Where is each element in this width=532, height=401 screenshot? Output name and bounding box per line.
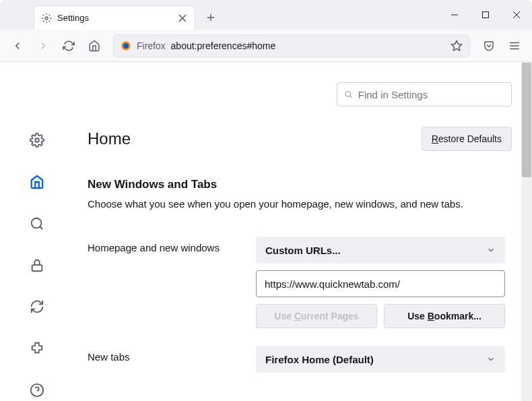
section-heading: New Windows and Tabs (88, 178, 512, 191)
svg-point-4 (35, 138, 39, 142)
back-button[interactable] (7, 35, 28, 57)
gear-icon (41, 13, 52, 24)
use-current-pages-button: Use Current Pages (256, 304, 377, 328)
bookmark-star-icon[interactable] (451, 40, 463, 52)
maximize-button[interactable] (470, 0, 501, 30)
save-to-pocket-button[interactable] (478, 35, 500, 57)
firefox-icon (121, 40, 131, 51)
restore-defaults-button[interactable]: Restore Defaults (422, 127, 512, 151)
new-tab-button[interactable] (201, 7, 221, 28)
tab-title: Settings (57, 13, 172, 23)
newtabs-value: Firefox Home (Default) (265, 354, 374, 365)
use-bookmark-button[interactable]: Use Bookmark... (384, 304, 505, 328)
section-description: Choose what you see when you open your h… (88, 198, 512, 210)
browser-tab[interactable]: Settings (34, 5, 195, 30)
sidebar-item-home[interactable] (25, 171, 49, 193)
svg-point-8 (345, 92, 350, 96)
reload-button[interactable] (58, 35, 79, 57)
app-menu-button[interactable] (504, 35, 525, 57)
close-tab-icon[interactable] (177, 13, 188, 24)
svg-rect-6 (32, 265, 42, 271)
sidebar-item-general[interactable] (25, 129, 49, 151)
settings-search-input[interactable] (358, 89, 504, 100)
homepage-label: Homepage and new windows (88, 237, 256, 253)
homepage-mode-value: Custom URLs... (265, 245, 341, 256)
home-button[interactable] (84, 35, 105, 57)
url-identity-label: Firefox about:preferences#home (137, 40, 445, 51)
homepage-mode-select[interactable]: Custom URLs... (256, 237, 505, 264)
sidebar-item-privacy[interactable] (25, 255, 49, 276)
settings-sidebar (0, 62, 74, 401)
forward-button (32, 35, 54, 57)
page-title: Home (88, 129, 131, 148)
chevron-down-icon (486, 245, 496, 255)
minimize-button[interactable] (439, 0, 470, 30)
search-icon (344, 90, 353, 99)
svg-point-3 (123, 43, 129, 49)
svg-point-0 (45, 17, 48, 20)
newtabs-label: New tabs (88, 346, 256, 363)
chevron-down-icon (486, 354, 496, 364)
sidebar-item-search[interactable] (25, 213, 49, 235)
homepage-url-input[interactable] (256, 270, 505, 297)
close-window-button[interactable] (501, 0, 532, 30)
svg-point-5 (32, 218, 42, 228)
settings-search[interactable] (337, 82, 512, 106)
newtabs-select[interactable]: Firefox Home (Default) (256, 346, 505, 373)
scrollbar-thumb[interactable] (522, 63, 531, 177)
sidebar-item-help[interactable] (25, 379, 49, 401)
svg-rect-1 (483, 12, 489, 18)
url-bar[interactable]: Firefox about:preferences#home (113, 34, 470, 57)
sidebar-item-extensions[interactable] (25, 338, 49, 359)
sidebar-item-sync[interactable] (25, 296, 49, 317)
vertical-scrollbar[interactable] (521, 62, 532, 401)
